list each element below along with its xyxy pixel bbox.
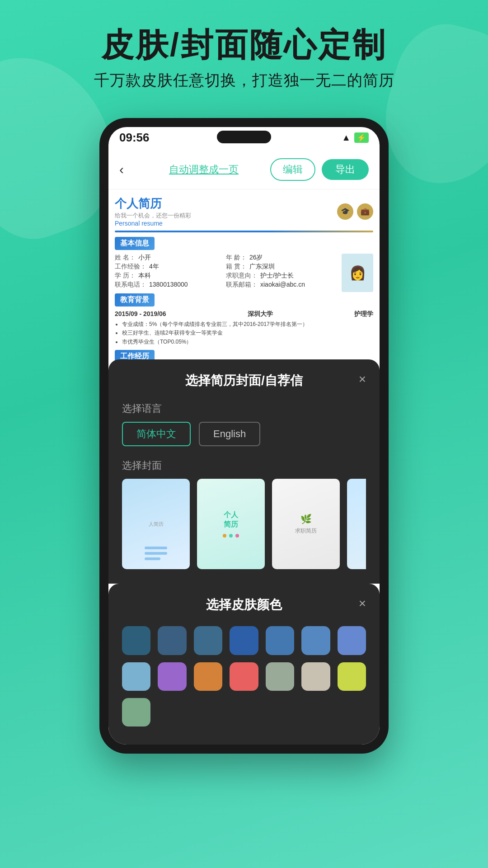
- name-row: 姓 名： 小开: [115, 254, 221, 262]
- export-button[interactable]: 导出: [322, 159, 369, 180]
- hometown-value: 广东深圳: [249, 263, 275, 271]
- cover-thumb-1[interactable]: 人简历: [122, 479, 190, 569]
- phone-screen: ‹ 自动调整成一页 编辑 导出 个人简历 给我一个机会，还您一份精彩 Perso…: [108, 150, 380, 745]
- color-grid-row2: [122, 662, 366, 727]
- edu-major: 护理学: [354, 310, 373, 318]
- basic-info-body: 姓 名： 小开 年 龄： 26岁 工作经验： 4年: [115, 254, 373, 293]
- basic-info-title: 基本信息: [115, 237, 155, 250]
- phone-wrapper: 09:56 ▲ ⚡ ‹ 自动调整成一页 编辑 导出 个人简历: [0, 118, 488, 754]
- resume-icon-briefcase: 🎓: [337, 203, 353, 220]
- battery-icon: ⚡: [354, 132, 369, 143]
- app-header: ‹ 自动调整成一页 编辑 导出: [108, 150, 380, 189]
- cover-sheet-close[interactable]: ×: [359, 372, 366, 387]
- resume-title-cn: 个人简历: [115, 196, 191, 212]
- auto-adjust-link[interactable]: 自动调整成一页: [169, 163, 239, 176]
- basic-info-section: 基本信息 姓 名： 小开 年 龄： 26岁: [115, 237, 373, 293]
- lang-buttons: 简体中文 English: [122, 422, 366, 446]
- edu-row: 学 历： 本科: [115, 272, 221, 280]
- edu-details: 专业成绩：5%（每个学年成绩排名专业前三，其中2016-2017学年排名第一） …: [115, 320, 373, 346]
- resume-divider: [115, 231, 373, 232]
- color-swatch[interactable]: [194, 626, 222, 655]
- sub-title: 千万款皮肤任意切换，打造独一无二的简历: [0, 70, 488, 91]
- age-value: 26岁: [249, 254, 263, 262]
- phone-time: 09:56: [119, 131, 150, 145]
- edu-value: 本科: [138, 272, 151, 280]
- color-swatch[interactable]: [122, 698, 150, 726]
- hometown-label: 籍 贯：: [226, 263, 247, 271]
- back-button[interactable]: ‹: [119, 162, 137, 177]
- resume-header-icons: 🎓 💼: [337, 203, 373, 220]
- status-icons: ▲ ⚡: [342, 132, 369, 143]
- color-swatch[interactable]: [338, 626, 366, 655]
- color-swatch[interactable]: [230, 662, 258, 691]
- header-right: 编辑 导出: [270, 158, 369, 181]
- edu-detail-1: 专业成绩：5%（每个学年成绩排名专业前三，其中2016-2017学年排名第一）: [122, 320, 373, 329]
- basic-info-grid: 姓 名： 小开 年 龄： 26岁 工作经验： 4年: [115, 254, 333, 289]
- age-row: 年 龄： 26岁: [226, 254, 333, 262]
- job-label: 求职意向：: [226, 272, 258, 280]
- color-swatch[interactable]: [301, 662, 330, 691]
- cover-sheet-title: 选择简历封面/自荐信: [122, 372, 366, 389]
- color-swatch[interactable]: [338, 662, 366, 691]
- skin-sheet-title: 选择皮肤颜色: [122, 596, 366, 613]
- color-swatch[interactable]: [266, 626, 294, 655]
- lang-label: 选择语言: [122, 402, 366, 415]
- resume-header-row: 个人简历 给我一个机会，还您一份精彩 Personal resume 🎓 💼: [115, 196, 373, 227]
- color-grid-row1: [122, 626, 366, 655]
- color-swatch[interactable]: [158, 626, 186, 655]
- phone-label: 联系电话：: [115, 281, 146, 289]
- edu-section: 教育背景 2015/09 - 2019/06 深圳大学 护理学 专业成绩：5%（…: [115, 293, 373, 361]
- email-label: 联系邮箱：: [226, 281, 258, 289]
- resume-title-block: 个人简历 给我一个机会，还您一份精彩 Personal resume: [115, 196, 191, 227]
- exp-value: 4年: [149, 263, 159, 271]
- color-swatch[interactable]: [194, 662, 222, 691]
- job-value: 护士/护士长: [260, 272, 294, 280]
- cover-thumb-2[interactable]: 个人简历: [197, 479, 265, 569]
- color-swatch[interactable]: [158, 662, 186, 691]
- resume-title-sub: 给我一个机会，还您一份精彩: [115, 212, 191, 220]
- color-swatch[interactable]: [230, 626, 258, 655]
- skin-sheet: 选择皮肤颜色 ×: [108, 584, 380, 745]
- resume-icon-graduation: 💼: [357, 203, 373, 220]
- edu-school: 深圳大学: [248, 310, 273, 318]
- edu-period: 2015/09 - 2019/06: [115, 310, 166, 318]
- resume-content: 个人简历 给我一个机会，还您一份精彩 Personal resume 🎓 💼 基…: [108, 189, 380, 361]
- exp-label: 工作经验：: [115, 263, 146, 271]
- edu-detail-3: 市优秀毕业生（TOP0.05%）: [122, 338, 373, 346]
- color-swatch[interactable]: [301, 626, 330, 655]
- lang-cn-button[interactable]: 简体中文: [122, 422, 191, 446]
- edu-section-title: 教育背景: [115, 293, 155, 307]
- edu-header-row: 2015/09 - 2019/06 深圳大学 护理学: [115, 310, 373, 318]
- basic-info-left: 姓 名： 小开 年 龄： 26岁 工作经验： 4年: [115, 254, 333, 293]
- cover-thumbnails: 人简历 个人简历: [122, 479, 366, 573]
- phone-frame: 09:56 ▲ ⚡ ‹ 自动调整成一页 编辑 导出 个人简历: [99, 118, 389, 754]
- wifi-icon: ▲: [342, 132, 351, 143]
- exp-row: 工作经验： 4年: [115, 263, 221, 271]
- resume-photo: 👩: [342, 254, 373, 292]
- phone-row: 联系电话： 13800138000: [115, 281, 221, 289]
- skin-sheet-close[interactable]: ×: [359, 596, 366, 611]
- edu-detail-2: 校三好学生、连续2年获得专业一等奖学金: [122, 329, 373, 337]
- main-title: 皮肤/封面随心定制: [0, 27, 488, 63]
- hometown-row: 籍 贯： 广东深圳: [226, 263, 333, 271]
- name-value: 小开: [138, 254, 151, 262]
- color-swatch[interactable]: [122, 626, 150, 655]
- phone-value: 13800138000: [149, 281, 188, 289]
- color-swatch[interactable]: [266, 662, 294, 691]
- cover-thumb-4[interactable]: 个人简历: [347, 479, 366, 569]
- color-swatch[interactable]: [122, 662, 150, 691]
- email-row: 联系邮箱： xiaokai@abc.cn: [226, 281, 333, 289]
- phone-notch: [217, 131, 271, 143]
- age-label: 年 龄：: [226, 254, 247, 262]
- edu-label: 学 历：: [115, 272, 136, 280]
- cover-label: 选择封面: [122, 459, 366, 472]
- cover-sheet: 选择简历封面/自荐信 × 选择语言 简体中文 English 选择封面 人简历: [108, 359, 380, 584]
- email-value: xiaokai@abc.cn: [260, 281, 305, 289]
- job-row: 求职意向： 护士/护士长: [226, 272, 333, 280]
- top-section: 皮肤/封面随心定制 千万款皮肤任意切换，打造独一无二的简历: [0, 0, 488, 104]
- resume-title-en: Personal resume: [115, 220, 191, 227]
- name-label: 姓 名：: [115, 254, 136, 262]
- lang-en-button[interactable]: English: [199, 422, 260, 446]
- cover-thumb-3[interactable]: 🌿 求职简历: [272, 479, 340, 569]
- edit-button[interactable]: 编辑: [270, 158, 315, 181]
